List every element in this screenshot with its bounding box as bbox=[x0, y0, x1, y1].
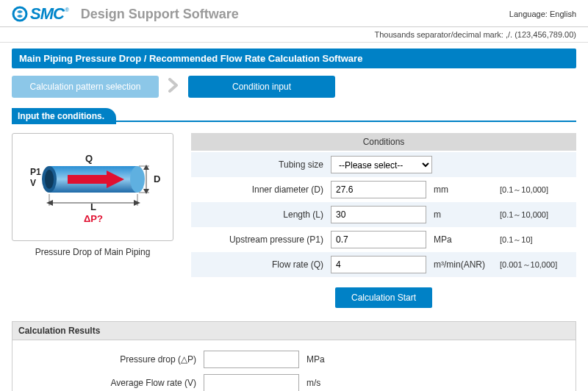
upstream-pressure-input[interactable] bbox=[331, 231, 426, 248]
svg-point-0 bbox=[13, 7, 26, 21]
diagram-dp-label: ΔP? bbox=[84, 213, 103, 224]
diagram-p1-label: P1 bbox=[30, 167, 41, 177]
app-title: Design Support Software bbox=[81, 7, 239, 22]
svg-marker-8 bbox=[143, 165, 149, 170]
length-label: Length (L) bbox=[191, 209, 331, 220]
results-title: Calculation Results bbox=[12, 321, 576, 340]
svg-point-3 bbox=[45, 170, 54, 189]
chevron-right-icon bbox=[166, 78, 181, 96]
flow-rate-label: Flow rate (Q) bbox=[191, 259, 331, 270]
pressure-drop-label: Pressure drop (△P) bbox=[12, 354, 204, 365]
diagram-d-label: D bbox=[154, 173, 160, 184]
diagram-caption: Pressure Drop of Main Piping bbox=[12, 247, 173, 257]
language-value[interactable]: English bbox=[550, 10, 576, 18]
conditions-header: Conditions bbox=[191, 133, 576, 151]
diagram-l-label: L bbox=[90, 201, 96, 212]
separator-note: Thousands separator/decimal mark: ,/. (1… bbox=[0, 27, 588, 43]
logo: SMC ® bbox=[12, 4, 69, 24]
step-condition-input[interactable]: Condition input bbox=[188, 76, 335, 98]
flow-rate-range: [0.001～10,000] bbox=[492, 259, 557, 270]
inner-diameter-unit: mm bbox=[426, 184, 492, 195]
avg-flow-rate-output bbox=[204, 374, 299, 391]
diagram-q-label: Q bbox=[85, 153, 93, 164]
upstream-pressure-label: Upstream pressure (P1) bbox=[191, 234, 331, 245]
upstream-pressure-unit: MPa bbox=[426, 234, 492, 245]
svg-marker-9 bbox=[143, 189, 149, 194]
length-unit: m bbox=[426, 209, 492, 220]
logo-mark-icon bbox=[12, 5, 29, 23]
svg-marker-13 bbox=[46, 200, 53, 206]
upstream-pressure-range: [0.1～10] bbox=[492, 234, 533, 245]
pressure-drop-unit: MPa bbox=[299, 354, 325, 365]
flow-rate-input[interactable] bbox=[331, 256, 426, 273]
length-range: [0.1～10,000] bbox=[492, 209, 548, 220]
section-label: Input the conditions. bbox=[12, 108, 116, 124]
page-title: Main Piping Pressure Drop / Recommended … bbox=[12, 49, 576, 68]
tubing-size-select[interactable]: --Please select-- bbox=[331, 156, 432, 173]
avg-flow-rate-unit: m/s bbox=[299, 378, 320, 388]
svg-rect-5 bbox=[68, 175, 108, 184]
step-pattern-selection[interactable]: Calculation pattern selection bbox=[12, 76, 159, 98]
avg-flow-rate-label: Average Flow rate (V) bbox=[12, 378, 204, 388]
svg-marker-14 bbox=[134, 200, 140, 206]
svg-point-4 bbox=[130, 166, 145, 193]
inner-diameter-label: Inner diameter (D) bbox=[191, 184, 331, 195]
section-divider bbox=[116, 121, 576, 122]
pressure-drop-output bbox=[204, 351, 299, 368]
tubing-size-label: Tubing size bbox=[191, 159, 331, 170]
calculation-start-button[interactable]: Calculation Start bbox=[335, 287, 432, 308]
pipe-diagram: Q P1 V D L ΔP? bbox=[12, 133, 173, 241]
logo-text: SMC bbox=[30, 4, 64, 24]
diagram-v-label: V bbox=[30, 178, 36, 188]
language-label: Language: bbox=[509, 10, 548, 18]
inner-diameter-range: [0.1～10,000] bbox=[492, 184, 548, 196]
inner-diameter-input[interactable] bbox=[331, 181, 426, 198]
length-input[interactable] bbox=[331, 206, 426, 223]
flow-rate-unit: m³/min(ANR) bbox=[426, 259, 492, 270]
